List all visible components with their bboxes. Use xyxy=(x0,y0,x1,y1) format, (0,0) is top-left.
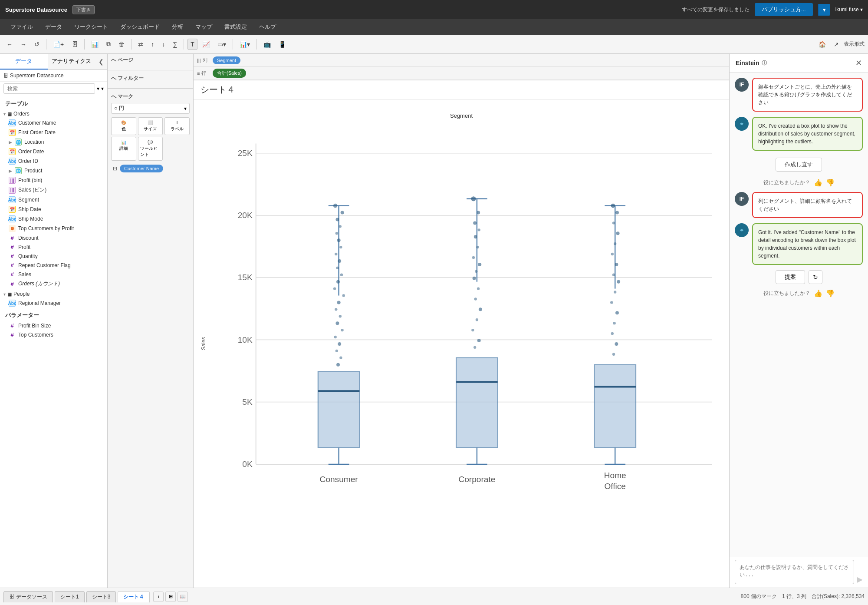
home-button[interactable]: 🏠 xyxy=(815,39,829,50)
tab-data[interactable]: データ xyxy=(0,54,48,69)
new-datasource-button[interactable]: 📄+ xyxy=(50,39,67,50)
refresh-button[interactable]: ↻ xyxy=(809,270,822,284)
undo-button[interactable]: ↺ xyxy=(31,39,43,50)
marks-tooltip-btn[interactable]: 💬 ツールヒント xyxy=(138,137,163,161)
svg-text:Consumer: Consumer xyxy=(320,475,358,484)
add-datasource-button[interactable]: 🗄 xyxy=(69,39,81,50)
param-top-customers[interactable]: # Top Customers xyxy=(0,330,107,339)
field-top-customers[interactable]: ⚙ Top Customers by Profit xyxy=(0,224,107,233)
einstein-close-button[interactable]: ✕ xyxy=(855,58,862,68)
thumbs-up-1[interactable]: 👍 xyxy=(814,179,822,187)
thumbs-down-1[interactable]: 👎 xyxy=(826,179,835,187)
field-ship-mode[interactable]: Abc Ship Mode xyxy=(0,214,107,224)
tab-sheet3[interactable]: シート3 xyxy=(86,591,116,602)
field-order-id[interactable]: Abc Order ID xyxy=(0,156,107,166)
new-sheet-button[interactable]: 📊 xyxy=(88,39,102,50)
send-button[interactable]: ▶ xyxy=(857,575,863,584)
present-button[interactable]: 📺 xyxy=(260,39,274,50)
field-product[interactable]: ▶ 🌐 Product xyxy=(0,166,107,175)
field-label: Sales xyxy=(18,271,31,278)
field-segment[interactable]: Abc Segment xyxy=(0,195,107,205)
parameters-section-header: パラメーター xyxy=(0,309,107,321)
menu-map[interactable]: マップ xyxy=(190,21,217,33)
chart-type-button[interactable]: ▭▾ xyxy=(214,39,229,50)
swap-button[interactable]: ⇄ xyxy=(135,39,146,50)
param-profit-bin[interactable]: # Profit Bin Size xyxy=(0,321,107,330)
filters-title[interactable]: へ フィルター xyxy=(111,75,190,82)
sum-button[interactable]: ∑ xyxy=(170,39,180,50)
people-group-header[interactable]: ▾ ▦ People xyxy=(0,290,107,298)
field-orders-count[interactable]: # Orders (カウント) xyxy=(0,279,107,289)
field-ship-date[interactable]: 📅 Ship Date xyxy=(0,205,107,214)
search-options-button[interactable]: ▾ xyxy=(101,86,104,92)
field-sales-bin[interactable]: ||| Sales (ビン) xyxy=(0,185,107,195)
forward-button[interactable]: → xyxy=(17,39,30,50)
tab-datasource[interactable]: 🗄 データソース xyxy=(3,591,53,602)
marks-size-btn[interactable]: ⬜ サイズ xyxy=(138,117,163,135)
show-me-button[interactable]: 📊▾ xyxy=(237,39,253,50)
draft-badge[interactable]: 下書き xyxy=(72,5,95,14)
user-info[interactable]: ikumi fuse ▾ xyxy=(835,7,863,13)
tab-sheet4[interactable]: シート４ xyxy=(118,591,150,602)
pages-title[interactable]: へ ページ xyxy=(111,56,190,64)
field-order-date[interactable]: 📅 Order Date xyxy=(0,147,107,156)
search-row: ▾ ▾ xyxy=(0,82,107,96)
propose-button[interactable]: 提案 xyxy=(776,270,805,284)
new-story-tab-button[interactable]: 📖 xyxy=(178,592,188,602)
sort-desc-button[interactable]: ↓ xyxy=(159,39,168,50)
search-input[interactable] xyxy=(3,83,95,94)
menu-worksheet[interactable]: ワークシート xyxy=(69,21,113,33)
chat-input[interactable] xyxy=(735,560,854,584)
marks-detail-btn[interactable]: 📊 詳細 xyxy=(111,137,136,161)
device-button[interactable]: 📱 xyxy=(276,39,289,50)
text-button[interactable]: T xyxy=(187,39,197,50)
panel-collapse-button[interactable]: ❮ xyxy=(95,54,107,69)
sales-pill[interactable]: 合計(Sales) xyxy=(213,69,246,78)
customer-name-pill[interactable]: Customer Name xyxy=(120,165,163,172)
menu-dashboard[interactable]: ダッシュボード xyxy=(115,21,165,33)
segment-pill[interactable]: Segment xyxy=(213,56,240,64)
menu-data[interactable]: データ xyxy=(40,21,67,33)
marks-detail-encoding[interactable]: ⊡ Customer Name xyxy=(111,163,190,174)
chart-line-button[interactable]: 📈 xyxy=(199,39,213,50)
tab-sheet1[interactable]: シート1 xyxy=(55,591,85,602)
marks-type-dropdown[interactable]: ○ 円 ▾ xyxy=(111,103,190,114)
field-location[interactable]: ▶ 🌐 Location xyxy=(0,137,107,147)
back-button[interactable]: ← xyxy=(3,39,16,50)
recreate-button[interactable]: 作成し直す xyxy=(776,158,822,172)
duplicate-button[interactable]: ⧉ xyxy=(103,38,114,50)
menu-format[interactable]: 書式設定 xyxy=(219,21,252,33)
field-discount[interactable]: # Discount xyxy=(0,233,107,242)
svg-point-66 xyxy=(473,346,476,349)
tab-analytics[interactable]: アナリティクス xyxy=(48,54,95,69)
field-quantity[interactable]: # Quantity xyxy=(0,251,107,261)
orders-group-header[interactable]: ▾ ▦ Orders xyxy=(0,109,107,118)
thumbs-down-2[interactable]: 👎 xyxy=(826,289,835,298)
publish-arrow-button[interactable]: ▾ xyxy=(818,4,830,16)
svg-point-51 xyxy=(477,211,480,215)
share-button[interactable]: ↗ xyxy=(831,39,842,50)
field-repeat-customer[interactable]: # Repeat Customer Flag xyxy=(0,261,107,270)
new-sheet-tab-button[interactable]: + xyxy=(153,592,164,602)
filter-button[interactable]: ▾ xyxy=(97,86,99,92)
field-profit[interactable]: # Profit xyxy=(0,242,107,251)
sort-asc-button[interactable]: ↑ xyxy=(148,39,157,50)
svg-text:Home: Home xyxy=(604,471,626,480)
menu-analysis[interactable]: 分析 xyxy=(167,21,188,33)
thumbs-up-2[interactable]: 👍 xyxy=(814,289,822,298)
field-customer-name[interactable]: Abc Customer Name xyxy=(0,118,107,128)
field-sales[interactable]: # Sales xyxy=(0,270,107,279)
field-regional-manager[interactable]: Abc Regional Manager xyxy=(0,298,107,308)
marks-color-btn[interactable]: 🎨 色 xyxy=(111,117,136,135)
clear-sheet-button[interactable]: 🗑 xyxy=(115,39,128,50)
menu-file[interactable]: ファイル xyxy=(5,21,38,33)
field-first-order-date[interactable]: 📅 First Order Date xyxy=(0,128,107,137)
people-expand-arrow: ▾ xyxy=(3,292,6,297)
new-dashboard-tab-button[interactable]: ⊞ xyxy=(165,592,176,602)
field-profit-bin[interactable]: ||| Profit (bin) xyxy=(0,175,107,185)
marks-dropdown-arrow: ▾ xyxy=(184,106,187,112)
menu-help[interactable]: ヘルプ xyxy=(254,21,281,33)
publish-button[interactable]: パブリッシュ方... xyxy=(755,3,813,16)
marks-label-btn[interactable]: T ラベル xyxy=(164,117,190,135)
svg-text:10K: 10K xyxy=(238,335,253,344)
